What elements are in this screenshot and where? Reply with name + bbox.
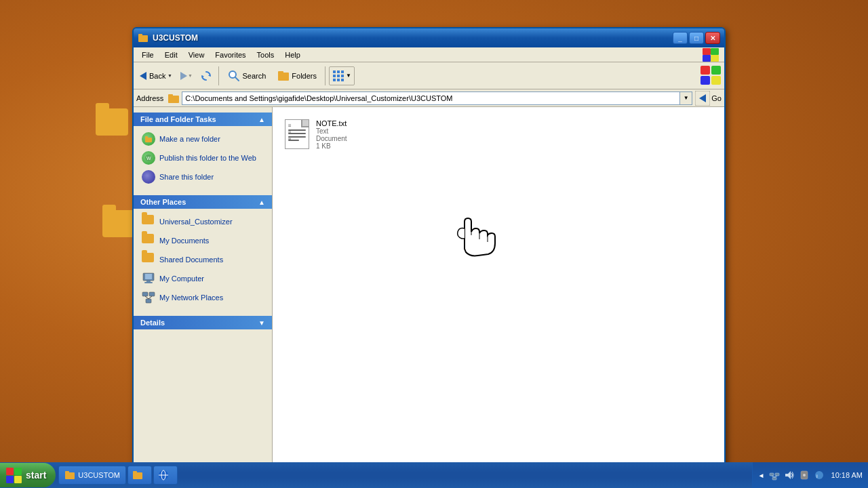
svg-rect-47 <box>6 476 14 483</box>
collapse-other-places-btn[interactable]: ▲ <box>258 199 265 206</box>
panel-section-other-places: Other Places ▲ Universal_Customizer <box>134 195 272 312</box>
folders-button[interactable]: Folders <box>272 65 321 87</box>
panel-section-file-folder-tasks: File and Folder Tasks ▲ <box>134 113 272 191</box>
my-documents-label: My Documents <box>159 237 209 245</box>
maximize-button[interactable]: □ <box>689 32 704 44</box>
address-label: Address <box>136 94 163 102</box>
xp-logo <box>700 47 722 62</box>
panel-section-header-other-places[interactable]: Other Places ▲ <box>134 195 272 209</box>
address-folder-icon <box>167 92 180 104</box>
svg-rect-24 <box>711 76 721 85</box>
svg-rect-52 <box>133 471 137 474</box>
make-new-folder-item[interactable]: Make a new folder <box>139 130 267 148</box>
back-button[interactable]: Back ▼ <box>136 65 176 87</box>
shared-documents-icon <box>142 253 155 266</box>
svg-rect-2 <box>703 48 711 55</box>
svg-rect-45 <box>6 468 14 475</box>
refresh-button[interactable] <box>197 67 215 85</box>
title-bar: U3CUSTOM _ □ ✕ <box>134 28 724 47</box>
other-places-label: Other Places <box>140 198 186 206</box>
start-label: start <box>26 470 46 481</box>
system-clock[interactable]: 10:18 AM <box>829 471 863 479</box>
file-size-note-txt: 1 KB <box>316 142 354 150</box>
collapse-file-folder-btn[interactable]: ▲ <box>258 116 265 123</box>
back-label: Back <box>149 72 165 80</box>
menu-favorites[interactable]: Favorites <box>210 49 251 60</box>
menu-view[interactable]: View <box>183 49 210 60</box>
search-label: Search <box>242 72 266 80</box>
menu-tools[interactable]: Tools <box>252 49 280 60</box>
panel-section-details: Details ▼ <box>134 316 272 329</box>
file-view[interactable]: ≡≡≡ NOTE.txt Text Document 1 KB <box>273 107 724 473</box>
svg-rect-18 <box>333 79 336 81</box>
svg-rect-46 <box>14 468 22 475</box>
publish-folder-item[interactable]: W Publish this folder to the Web <box>139 149 267 167</box>
shared-documents-item[interactable]: Shared Documents <box>139 251 267 268</box>
start-logo-icon <box>5 467 22 483</box>
taskbar: start U3CUSTOM <box>0 462 868 488</box>
window-icon <box>138 33 149 43</box>
other-places-content: Universal_Customizer My Documents <box>134 209 272 312</box>
file-name-note-txt: NOTE.txt <box>316 119 354 127</box>
address-input[interactable] <box>182 92 680 105</box>
systray: ◄ <box>752 462 868 488</box>
taskbar-item-explorer-1[interactable]: U3CUSTOM <box>58 466 126 485</box>
close-button[interactable]: ✕ <box>705 32 720 44</box>
address-go-button[interactable]: Go <box>695 91 722 106</box>
panel-section-header-file-folder[interactable]: File and Folder Tasks ▲ <box>134 113 272 126</box>
svg-rect-37 <box>142 292 148 296</box>
my-computer-item[interactable]: My Computer <box>139 270 267 287</box>
window-controls: _ □ ✕ <box>673 32 720 44</box>
share-folder-item[interactable]: Share this folder <box>139 168 267 186</box>
systray-expand-button[interactable]: ◄ <box>758 472 765 479</box>
menu-help[interactable]: Help <box>279 49 306 60</box>
svg-text:W: W <box>146 156 151 161</box>
svg-rect-5 <box>711 55 719 62</box>
folder-icon <box>102 210 135 237</box>
svg-rect-36 <box>144 282 153 283</box>
svg-rect-23 <box>701 76 710 85</box>
address-dropdown-button[interactable]: ▼ <box>680 92 692 105</box>
start-button[interactable]: start <box>0 463 56 487</box>
my-documents-item[interactable]: My Documents <box>139 232 267 249</box>
menu-file[interactable]: File <box>136 49 159 60</box>
svg-rect-20 <box>341 79 344 81</box>
svg-rect-35 <box>146 281 151 282</box>
window-title: U3CUSTOM <box>153 33 673 43</box>
xp-flag-toolbar <box>700 65 722 87</box>
svg-rect-30 <box>145 136 148 138</box>
share-folder-icon <box>142 170 155 184</box>
collapse-details-btn[interactable]: ▼ <box>258 319 265 327</box>
minimize-button[interactable]: _ <box>673 32 688 44</box>
panel-section-header-details[interactable]: Details ▼ <box>134 316 272 329</box>
svg-rect-3 <box>711 48 719 55</box>
svg-rect-22 <box>711 66 721 75</box>
svg-line-60 <box>774 476 777 477</box>
file-item-note-txt[interactable]: ≡≡≡ NOTE.txt Text Document 1 KB <box>282 117 357 152</box>
my-network-icon <box>142 291 155 304</box>
universal-customizer-item[interactable]: Universal_Customizer <box>139 213 267 230</box>
cursor-hand <box>444 201 498 262</box>
search-button[interactable]: Search <box>222 65 271 87</box>
universal-customizer-label: Universal_Customizer <box>159 218 233 226</box>
desktop-icon-1[interactable] <box>88 108 136 136</box>
taskbar-item-ie[interactable] <box>153 466 178 485</box>
my-network-item[interactable]: My Network Places <box>139 289 267 306</box>
back-dropdown-icon[interactable]: ▼ <box>167 65 172 87</box>
forward-button[interactable]: ▼ <box>177 65 196 87</box>
menu-edit[interactable]: Edit <box>159 49 183 60</box>
views-button[interactable]: ▼ <box>329 66 355 85</box>
publish-folder-label: Publish this folder to the Web <box>159 154 256 162</box>
content-area: File and Folder Tasks ▲ <box>134 107 724 473</box>
svg-line-40 <box>145 296 149 299</box>
forward-dropdown-icon[interactable]: ▼ <box>187 65 193 87</box>
taskbar-item-explorer-2[interactable] <box>127 466 152 485</box>
svg-rect-29 <box>145 138 152 142</box>
systray-volume-icon[interactable] <box>784 470 795 481</box>
svg-rect-1 <box>138 34 142 37</box>
universal-customizer-icon <box>142 215 155 228</box>
share-folder-label: Share this folder <box>159 173 214 181</box>
folders-icon <box>277 69 290 83</box>
systray-network-icon <box>769 470 780 481</box>
taskbar-item-label-1: U3CUSTOM <box>78 471 120 479</box>
